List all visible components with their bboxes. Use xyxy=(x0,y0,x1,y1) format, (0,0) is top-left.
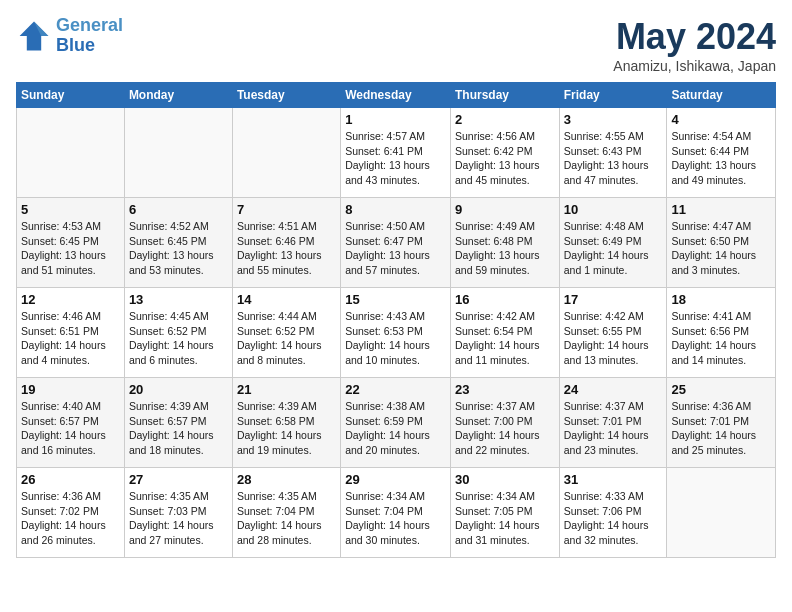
calendar-cell: 11Sunrise: 4:47 AMSunset: 6:50 PMDayligh… xyxy=(667,198,776,288)
calendar-cell: 14Sunrise: 4:44 AMSunset: 6:52 PMDayligh… xyxy=(232,288,340,378)
day-info: Sunrise: 4:47 AMSunset: 6:50 PMDaylight:… xyxy=(671,219,771,278)
day-number: 31 xyxy=(564,472,663,487)
calendar-cell xyxy=(232,108,340,198)
day-info: Sunrise: 4:34 AMSunset: 7:04 PMDaylight:… xyxy=(345,489,446,548)
month-title: May 2024 xyxy=(613,16,776,58)
calendar-cell: 4Sunrise: 4:54 AMSunset: 6:44 PMDaylight… xyxy=(667,108,776,198)
location-subtitle: Anamizu, Ishikawa, Japan xyxy=(613,58,776,74)
calendar-cell: 30Sunrise: 4:34 AMSunset: 7:05 PMDayligh… xyxy=(450,468,559,558)
day-info: Sunrise: 4:34 AMSunset: 7:05 PMDaylight:… xyxy=(455,489,555,548)
day-number: 17 xyxy=(564,292,663,307)
calendar-cell: 3Sunrise: 4:55 AMSunset: 6:43 PMDaylight… xyxy=(559,108,667,198)
calendar-cell: 23Sunrise: 4:37 AMSunset: 7:00 PMDayligh… xyxy=(450,378,559,468)
calendar-cell: 20Sunrise: 4:39 AMSunset: 6:57 PMDayligh… xyxy=(124,378,232,468)
day-info: Sunrise: 4:44 AMSunset: 6:52 PMDaylight:… xyxy=(237,309,336,368)
day-info: Sunrise: 4:45 AMSunset: 6:52 PMDaylight:… xyxy=(129,309,228,368)
weekday-header-friday: Friday xyxy=(559,83,667,108)
calendar-week-row: 12Sunrise: 4:46 AMSunset: 6:51 PMDayligh… xyxy=(17,288,776,378)
calendar-cell: 16Sunrise: 4:42 AMSunset: 6:54 PMDayligh… xyxy=(450,288,559,378)
day-number: 26 xyxy=(21,472,120,487)
logo: GeneralBlue xyxy=(16,16,123,56)
calendar-cell xyxy=(667,468,776,558)
calendar-cell: 24Sunrise: 4:37 AMSunset: 7:01 PMDayligh… xyxy=(559,378,667,468)
calendar-cell: 13Sunrise: 4:45 AMSunset: 6:52 PMDayligh… xyxy=(124,288,232,378)
day-number: 8 xyxy=(345,202,446,217)
calendar-week-row: 26Sunrise: 4:36 AMSunset: 7:02 PMDayligh… xyxy=(17,468,776,558)
day-info: Sunrise: 4:52 AMSunset: 6:45 PMDaylight:… xyxy=(129,219,228,278)
calendar-cell: 19Sunrise: 4:40 AMSunset: 6:57 PMDayligh… xyxy=(17,378,125,468)
day-info: Sunrise: 4:48 AMSunset: 6:49 PMDaylight:… xyxy=(564,219,663,278)
day-info: Sunrise: 4:56 AMSunset: 6:42 PMDaylight:… xyxy=(455,129,555,188)
weekday-header-sunday: Sunday xyxy=(17,83,125,108)
day-number: 5 xyxy=(21,202,120,217)
day-number: 22 xyxy=(345,382,446,397)
day-number: 23 xyxy=(455,382,555,397)
calendar-table: SundayMondayTuesdayWednesdayThursdayFrid… xyxy=(16,82,776,558)
calendar-cell: 21Sunrise: 4:39 AMSunset: 6:58 PMDayligh… xyxy=(232,378,340,468)
day-info: Sunrise: 4:54 AMSunset: 6:44 PMDaylight:… xyxy=(671,129,771,188)
day-number: 4 xyxy=(671,112,771,127)
day-info: Sunrise: 4:37 AMSunset: 7:00 PMDaylight:… xyxy=(455,399,555,458)
day-info: Sunrise: 4:46 AMSunset: 6:51 PMDaylight:… xyxy=(21,309,120,368)
weekday-header-tuesday: Tuesday xyxy=(232,83,340,108)
day-info: Sunrise: 4:42 AMSunset: 6:55 PMDaylight:… xyxy=(564,309,663,368)
calendar-cell xyxy=(17,108,125,198)
day-info: Sunrise: 4:51 AMSunset: 6:46 PMDaylight:… xyxy=(237,219,336,278)
day-info: Sunrise: 4:39 AMSunset: 6:57 PMDaylight:… xyxy=(129,399,228,458)
day-info: Sunrise: 4:38 AMSunset: 6:59 PMDaylight:… xyxy=(345,399,446,458)
day-info: Sunrise: 4:35 AMSunset: 7:03 PMDaylight:… xyxy=(129,489,228,548)
day-number: 20 xyxy=(129,382,228,397)
calendar-week-row: 5Sunrise: 4:53 AMSunset: 6:45 PMDaylight… xyxy=(17,198,776,288)
day-info: Sunrise: 4:49 AMSunset: 6:48 PMDaylight:… xyxy=(455,219,555,278)
day-number: 18 xyxy=(671,292,771,307)
calendar-cell: 26Sunrise: 4:36 AMSunset: 7:02 PMDayligh… xyxy=(17,468,125,558)
calendar-cell: 8Sunrise: 4:50 AMSunset: 6:47 PMDaylight… xyxy=(341,198,451,288)
logo-icon xyxy=(16,18,52,54)
day-info: Sunrise: 4:40 AMSunset: 6:57 PMDaylight:… xyxy=(21,399,120,458)
calendar-cell: 18Sunrise: 4:41 AMSunset: 6:56 PMDayligh… xyxy=(667,288,776,378)
day-number: 6 xyxy=(129,202,228,217)
calendar-cell: 5Sunrise: 4:53 AMSunset: 6:45 PMDaylight… xyxy=(17,198,125,288)
day-info: Sunrise: 4:41 AMSunset: 6:56 PMDaylight:… xyxy=(671,309,771,368)
day-info: Sunrise: 4:53 AMSunset: 6:45 PMDaylight:… xyxy=(21,219,120,278)
logo-text: GeneralBlue xyxy=(56,16,123,56)
day-number: 12 xyxy=(21,292,120,307)
day-info: Sunrise: 4:33 AMSunset: 7:06 PMDaylight:… xyxy=(564,489,663,548)
day-info: Sunrise: 4:36 AMSunset: 7:01 PMDaylight:… xyxy=(671,399,771,458)
day-number: 28 xyxy=(237,472,336,487)
day-info: Sunrise: 4:39 AMSunset: 6:58 PMDaylight:… xyxy=(237,399,336,458)
calendar-cell: 6Sunrise: 4:52 AMSunset: 6:45 PMDaylight… xyxy=(124,198,232,288)
calendar-cell: 2Sunrise: 4:56 AMSunset: 6:42 PMDaylight… xyxy=(450,108,559,198)
day-number: 24 xyxy=(564,382,663,397)
day-number: 2 xyxy=(455,112,555,127)
day-number: 15 xyxy=(345,292,446,307)
day-number: 13 xyxy=(129,292,228,307)
day-number: 30 xyxy=(455,472,555,487)
calendar-cell: 9Sunrise: 4:49 AMSunset: 6:48 PMDaylight… xyxy=(450,198,559,288)
weekday-header-monday: Monday xyxy=(124,83,232,108)
day-number: 25 xyxy=(671,382,771,397)
day-number: 11 xyxy=(671,202,771,217)
day-info: Sunrise: 4:37 AMSunset: 7:01 PMDaylight:… xyxy=(564,399,663,458)
title-block: May 2024 Anamizu, Ishikawa, Japan xyxy=(613,16,776,74)
calendar-cell: 22Sunrise: 4:38 AMSunset: 6:59 PMDayligh… xyxy=(341,378,451,468)
calendar-cell: 1Sunrise: 4:57 AMSunset: 6:41 PMDaylight… xyxy=(341,108,451,198)
day-number: 21 xyxy=(237,382,336,397)
calendar-cell: 29Sunrise: 4:34 AMSunset: 7:04 PMDayligh… xyxy=(341,468,451,558)
day-info: Sunrise: 4:35 AMSunset: 7:04 PMDaylight:… xyxy=(237,489,336,548)
day-info: Sunrise: 4:57 AMSunset: 6:41 PMDaylight:… xyxy=(345,129,446,188)
calendar-cell: 10Sunrise: 4:48 AMSunset: 6:49 PMDayligh… xyxy=(559,198,667,288)
day-number: 7 xyxy=(237,202,336,217)
day-number: 19 xyxy=(21,382,120,397)
weekday-header-row: SundayMondayTuesdayWednesdayThursdayFrid… xyxy=(17,83,776,108)
calendar-week-row: 1Sunrise: 4:57 AMSunset: 6:41 PMDaylight… xyxy=(17,108,776,198)
day-info: Sunrise: 4:55 AMSunset: 6:43 PMDaylight:… xyxy=(564,129,663,188)
day-number: 10 xyxy=(564,202,663,217)
weekday-header-thursday: Thursday xyxy=(450,83,559,108)
calendar-week-row: 19Sunrise: 4:40 AMSunset: 6:57 PMDayligh… xyxy=(17,378,776,468)
calendar-cell: 28Sunrise: 4:35 AMSunset: 7:04 PMDayligh… xyxy=(232,468,340,558)
day-info: Sunrise: 4:36 AMSunset: 7:02 PMDaylight:… xyxy=(21,489,120,548)
day-number: 29 xyxy=(345,472,446,487)
day-info: Sunrise: 4:50 AMSunset: 6:47 PMDaylight:… xyxy=(345,219,446,278)
calendar-cell: 27Sunrise: 4:35 AMSunset: 7:03 PMDayligh… xyxy=(124,468,232,558)
